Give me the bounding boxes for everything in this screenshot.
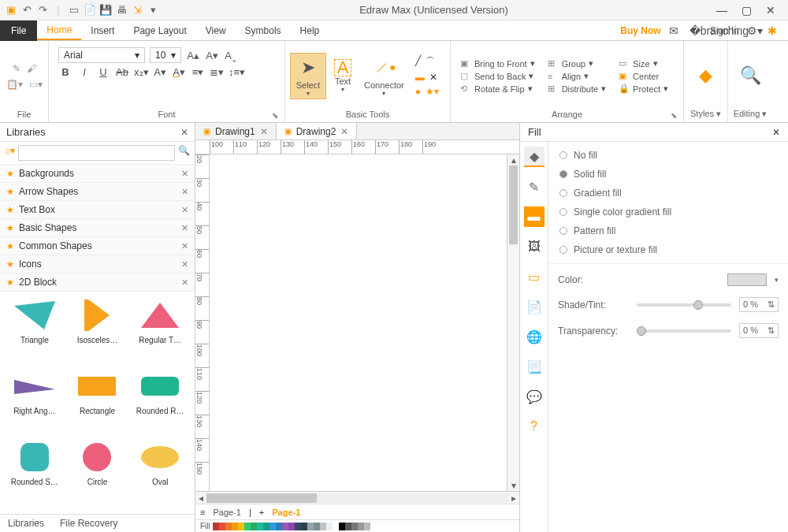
select-tool[interactable]: ➤ Select▾: [290, 53, 326, 99]
envelope-icon[interactable]: ✉: [669, 24, 682, 37]
group-button[interactable]: ⊞Group ▾: [548, 58, 606, 69]
italic-button[interactable]: I: [77, 66, 91, 78]
text-tool[interactable]: A Text▾: [329, 58, 356, 95]
save-icon[interactable]: 💾: [99, 4, 112, 17]
redo-icon[interactable]: ↷: [36, 4, 49, 17]
close-icon[interactable]: ✕: [181, 277, 188, 288]
close-icon[interactable]: ✕: [181, 259, 188, 270]
color-swatch[interactable]: [358, 523, 364, 530]
transparency-slider[interactable]: [637, 329, 731, 333]
shape-tab-icon[interactable]: ▬: [524, 206, 545, 227]
libraries-tab[interactable]: Libraries: [0, 515, 52, 532]
tab-symbols[interactable]: Symbols: [236, 22, 291, 39]
color-swatch[interactable]: [232, 523, 238, 530]
minimize-button[interactable]: —: [716, 4, 727, 17]
tab-home[interactable]: Home: [37, 21, 81, 40]
color-swatch[interactable]: [276, 523, 282, 530]
library-category[interactable]: ★Text Box✕: [0, 201, 195, 219]
color-swatch[interactable]: [727, 273, 767, 286]
page-tab-active[interactable]: Page-1: [272, 508, 300, 517]
tab-page-layout[interactable]: Page Layout: [124, 22, 195, 39]
scroll-thumb[interactable]: [206, 493, 317, 503]
color-swatch[interactable]: [333, 523, 339, 530]
print-icon[interactable]: 🖶: [115, 4, 128, 17]
star-shape-icon[interactable]: ★▾: [426, 86, 439, 97]
libraries-search-input[interactable]: [18, 145, 175, 161]
shape-right[interactable]: Right Ang…: [5, 369, 65, 437]
layer-tab-icon[interactable]: ▭: [524, 266, 545, 287]
home-icon[interactable]: ⌂▾: [5, 145, 15, 161]
protect-button[interactable]: 🔒Protect ▾: [619, 84, 668, 94]
fill-option[interactable]: Gradient fill: [559, 188, 777, 199]
export-icon[interactable]: ⇲: [131, 4, 143, 17]
transparency-value[interactable]: 0 %⇅: [739, 323, 779, 338]
format-painter-icon[interactable]: ✎: [13, 63, 20, 74]
qat-dropdown-icon[interactable]: ▾: [147, 4, 159, 17]
add-page-icon[interactable]: +: [259, 508, 264, 517]
styles-button[interactable]: ◆: [689, 61, 723, 90]
sign-in-link[interactable]: Sign In: [710, 25, 739, 36]
shape-reg[interactable]: Regular T…: [130, 298, 190, 366]
color-swatch[interactable]: [288, 523, 295, 530]
page-tab-icon[interactable]: 📄: [524, 296, 545, 317]
rotate-flip-button[interactable]: ⟲Rotate & Flip ▾: [460, 84, 535, 94]
strikethrough-button[interactable]: Ab: [115, 66, 129, 78]
close-icon[interactable]: ✕: [181, 241, 188, 251]
editing-button[interactable]: 🔍: [733, 61, 768, 90]
buy-now-link[interactable]: Buy Now: [620, 25, 660, 36]
search-icon[interactable]: 🔍: [178, 145, 190, 161]
font-name-combo[interactable]: Arial▾: [58, 47, 145, 63]
line-tab-icon[interactable]: ✎: [524, 177, 545, 197]
close-icon[interactable]: ✕: [181, 205, 188, 215]
align-button[interactable]: ≡Align ▾: [548, 71, 606, 81]
maximize-button[interactable]: ▢: [742, 4, 752, 17]
page-tab[interactable]: Page-1: [213, 508, 240, 517]
library-category[interactable]: ★Common Shapes✕: [0, 237, 195, 255]
tab-help[interactable]: Help: [291, 22, 329, 39]
shape-oval[interactable]: Oval: [130, 440, 190, 508]
share-icon[interactable]: �branching: [690, 24, 702, 37]
rect-shape-icon[interactable]: ▬: [415, 72, 425, 83]
close-icon[interactable]: ✕: [340, 126, 348, 137]
bold-button[interactable]: B: [58, 66, 72, 78]
fill-option[interactable]: No fill: [559, 150, 777, 161]
fill-panel-close-icon[interactable]: ✕: [772, 127, 780, 138]
page-nav-menu-icon[interactable]: ≡: [200, 508, 205, 517]
paste-icon[interactable]: ▭▾: [29, 79, 43, 90]
brush-icon[interactable]: 🖌: [27, 63, 36, 74]
close-button[interactable]: ✕: [766, 4, 775, 17]
fill-option[interactable]: Solid fill: [559, 169, 777, 180]
comment-tab-icon[interactable]: 💬: [524, 386, 545, 407]
file-menu[interactable]: File: [0, 20, 37, 41]
connector-tool[interactable]: ⟋• Connector▾: [359, 54, 409, 99]
color-swatch[interactable]: [257, 523, 263, 530]
image-tab-icon[interactable]: 🖼: [524, 236, 545, 257]
center-button[interactable]: ▣Center: [619, 71, 668, 81]
line-spacing-button[interactable]: ↕≡▾: [229, 66, 243, 78]
color-swatch[interactable]: [351, 523, 358, 530]
underline-button[interactable]: U: [96, 66, 110, 78]
subscript-button[interactable]: x₂▾: [134, 66, 148, 78]
shape-rect[interactable]: Rectangle: [68, 369, 128, 437]
color-swatch[interactable]: [301, 523, 307, 530]
color-swatch[interactable]: [219, 523, 225, 530]
color-swatch[interactable]: [244, 523, 251, 530]
scroll-up-icon[interactable]: ▴: [507, 154, 519, 166]
color-swatch[interactable]: [213, 523, 219, 530]
color-swatch[interactable]: [225, 523, 232, 530]
arrange-launcher-icon[interactable]: ⬊: [671, 111, 677, 120]
doc-tab-1[interactable]: ▣Drawing1✕: [195, 123, 277, 140]
help-tab-icon[interactable]: ?: [524, 416, 545, 437]
ellipse-shape-icon[interactable]: ●: [415, 86, 421, 97]
shape-rrect[interactable]: Rounded R…: [130, 369, 190, 437]
line-shape-icon[interactable]: ╱: [415, 55, 421, 69]
doc-tab-icon[interactable]: 📃: [524, 356, 545, 377]
distribute-button[interactable]: ⊞Distribute ▾: [548, 84, 606, 94]
color-swatch[interactable]: [282, 523, 288, 530]
color-swatch[interactable]: [320, 523, 326, 530]
close-shape-icon[interactable]: ✕: [429, 72, 437, 83]
shade-slider[interactable]: [637, 303, 731, 307]
canvas[interactable]: [210, 154, 507, 491]
arc-shape-icon[interactable]: ⌒: [426, 55, 435, 69]
close-icon[interactable]: ✕: [181, 223, 188, 233]
